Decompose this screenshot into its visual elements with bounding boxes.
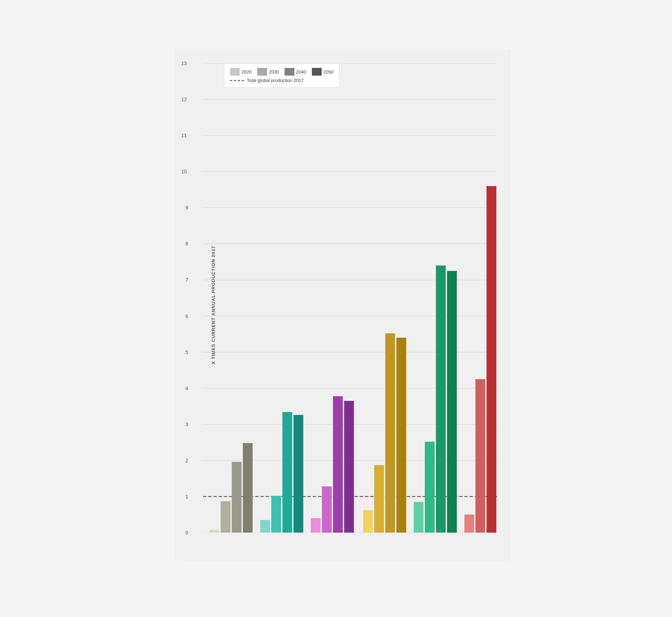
ytick-11: 11 (181, 133, 187, 138)
terb-bar-2020 (363, 510, 373, 533)
legend-label-2050: 2050 (323, 69, 334, 75)
silver-bar-2040 (232, 462, 241, 533)
legend-swatch-2050 (312, 68, 322, 76)
praseo-bar-2040 (282, 412, 292, 533)
ytick-8: 8 (186, 241, 188, 247)
neod-bar-2020 (414, 502, 424, 533)
legend-label-2020: 2020 (241, 69, 252, 75)
silver-bar-2020 (210, 530, 219, 533)
legend-swatch-2030 (257, 68, 267, 76)
chart-area: X TIMES CURRENT ANNUAL PRODUCTION 2017 2… (175, 49, 511, 561)
indi-bar-2020 (464, 514, 474, 533)
neod-bar-2030 (425, 442, 435, 533)
legend-label-2030: 2030 (269, 69, 279, 75)
terb-bar-2050 (397, 338, 406, 533)
main-chart: Silver Praseodymium Dysprosium Terbium (203, 63, 497, 533)
legend-years-row: 2020 2030 2040 2050 (230, 68, 334, 76)
legend: 2020 2030 2040 2050 Total global product… (224, 63, 340, 88)
dyspr-bar-2050 (344, 401, 354, 533)
ytick-0: 0 (186, 530, 188, 535)
praseo-bar-2050 (294, 415, 303, 533)
ytick-9: 9 (186, 205, 188, 210)
indi-bar-2040 (486, 186, 496, 533)
legend-item-2030: 2030 (257, 68, 279, 76)
praseo-bar-2030 (271, 496, 281, 533)
legend-item-2040: 2040 (285, 68, 306, 76)
ytick-1: 1 (186, 494, 188, 499)
ytick-12: 12 (181, 97, 187, 102)
legend-swatch-2020 (230, 68, 240, 76)
legend-swatch-2040 (285, 68, 294, 76)
ytick-7: 7 (186, 277, 188, 283)
terb-bar-2040 (385, 333, 395, 533)
ytick-4: 4 (186, 386, 188, 391)
dyspr-bar-2030 (322, 486, 332, 533)
silver-bar-2050 (243, 443, 253, 533)
ytick-2: 2 (186, 458, 188, 463)
ytick-3: 3 (186, 422, 188, 427)
legend-reference-label: Total global production 2017 (247, 78, 304, 83)
legend-reference-row: Total global production 2017 (230, 78, 334, 83)
neod-bar-2050 (447, 271, 457, 533)
ytick-10: 10 (181, 169, 187, 174)
legend-item-2020: 2020 (230, 68, 252, 76)
ytick-6: 6 (186, 313, 188, 319)
dyspr-bar-2040 (333, 396, 343, 533)
terb-bar-2030 (374, 465, 384, 533)
silver-bar-2030 (220, 501, 230, 533)
legend-item-2050: 2050 (312, 68, 334, 76)
praseo-bar-2020 (260, 520, 270, 533)
dyspr-bar-2020 (311, 518, 321, 533)
indi-bar-2030 (475, 379, 485, 533)
ytick-5: 5 (186, 349, 188, 355)
ytick-13: 13 (181, 61, 187, 66)
chart-container: X TIMES CURRENT ANNUAL PRODUCTION 2017 2… (140, 28, 532, 589)
neod-bar-2040 (436, 265, 446, 533)
legend-label-2040: 2040 (296, 69, 306, 75)
legend-dash-icon (230, 80, 244, 81)
